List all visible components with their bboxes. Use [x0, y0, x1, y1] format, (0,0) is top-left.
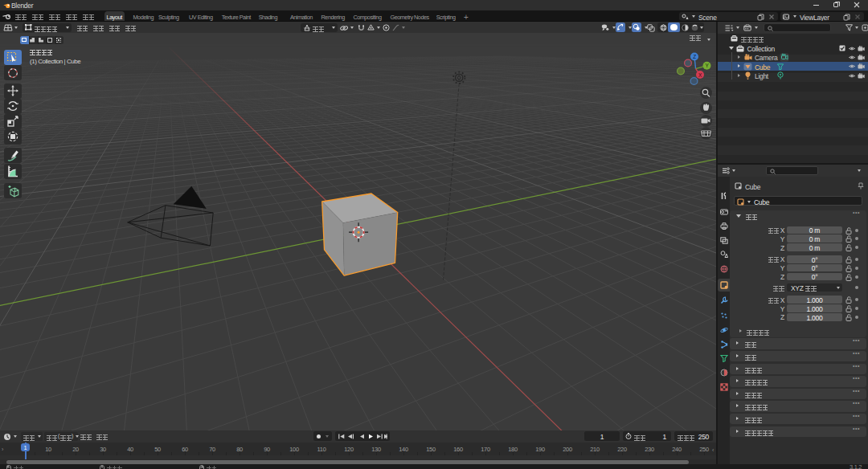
svg-text:Z: Z — [693, 54, 696, 59]
